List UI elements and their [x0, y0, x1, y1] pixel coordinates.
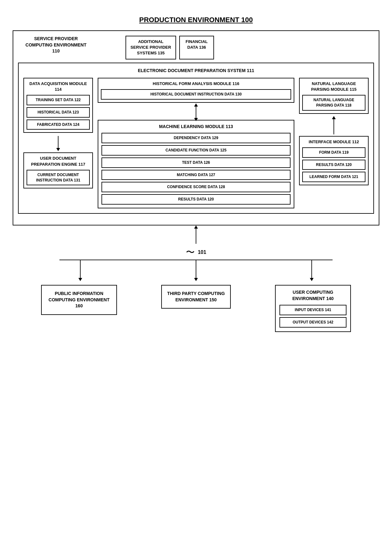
- bottom-environments: PUBLIC INFORMATION COMPUTING ENVIRONMENT…: [6, 285, 386, 332]
- current-doc-instruction-box: CURRENT DOCUMENT INSTRUCTION DATA 131: [27, 170, 90, 186]
- arrow-nlp-ml: [299, 117, 369, 136]
- third-party-item: THIRD PARTY COMPUTING ENVIRONMENT 150: [161, 285, 231, 309]
- results-data-if-box: RESULTS DATA 120: [302, 160, 365, 170]
- right-drop: [311, 260, 312, 279]
- public-info-box: PUBLIC INFORMATION COMPUTING ENVIRONMENT…: [41, 285, 117, 315]
- hist-form-analysis-title: HISTORICAL FORM ANALYSIS MODULE 116: [101, 81, 291, 87]
- natural-language-module-title: NATURAL LANGUAGE PARSING MODULE 115: [302, 81, 365, 92]
- user-computing-box: USER COMPUTING ENVIRONMENT 140 INPUT DEV…: [275, 285, 351, 332]
- ml-module-title: MACHINE LEARNING MODULE 113: [101, 124, 291, 130]
- candidate-function-data-box: CANDIDATE FUNCTION DATA 125: [101, 145, 291, 156]
- col-left: DATA ACQUISITION MODULE 114 TRAINING SET…: [23, 78, 93, 189]
- natural-language-module-box: NATURAL LANGUAGE PARSING MODULE 115 NATU…: [299, 78, 369, 114]
- training-set-data-box: TRAINING SET DATA 122: [27, 95, 90, 105]
- branch-line-container: [25, 260, 367, 279]
- user-doc-engine-title: USER DOCUMENT PREPARATION ENGINE 117: [27, 156, 90, 167]
- user-computing-item: USER COMPUTING ENVIRONMENT 140 INPUT DEV…: [275, 285, 351, 332]
- test-data-box: TEST DATA 126: [101, 157, 291, 168]
- public-info-item: PUBLIC INFORMATION COMPUTING ENVIRONMENT…: [41, 285, 117, 315]
- dependency-data-box: DEPENDENCY DATA 129: [101, 133, 291, 143]
- learned-form-data-box: LEARNED FORM DATA 121: [302, 172, 365, 182]
- col-center: HISTORICAL FORM ANALYSIS MODULE 116 HIST…: [98, 78, 294, 208]
- fabricated-data-box: FABRICATED DATA 124: [27, 120, 90, 130]
- interface-module-box: INTERFACE MODULE 112 FORM DATA 119 RESUL…: [299, 136, 369, 186]
- confidence-score-data-box: CONFIDENCE SCORE DATA 128: [101, 182, 291, 192]
- user-computing-label: USER COMPUTING ENVIRONMENT 140: [279, 289, 346, 302]
- top-boxes: ADDITIONAL SERVICE PROVIDER SYSTEMS 135 …: [126, 36, 214, 59]
- squiggle-symbol: 〜: [186, 246, 195, 258]
- edps-columns: DATA ACQUISITION MODULE 114 TRAINING SET…: [23, 78, 369, 208]
- edps-title: ELECTRONIC DOCUMENT PREPARATION SYSTEM 1…: [23, 68, 369, 73]
- top-row: SERVICE PROVIDER COMPUTING ENVIRONMENT 1…: [18, 36, 374, 59]
- results-data-ml-box: RESULTS DATA 120: [101, 194, 291, 205]
- additional-systems-box: ADDITIONAL SERVICE PROVIDER SYSTEMS 135: [126, 36, 176, 59]
- financial-data-box: FINANCIAL DATA 136: [179, 36, 214, 59]
- arrow-hist-ml: [98, 106, 294, 119]
- third-party-box: THIRD PARTY COMPUTING ENVIRONMENT 150: [161, 285, 231, 309]
- service-provider-label: SERVICE PROVIDER COMPUTING ENVIRONMENT 1…: [24, 36, 88, 54]
- hist-form-analysis-box: HISTORICAL FORM ANALYSIS MODULE 116 HIST…: [98, 78, 294, 103]
- network-row: 〜 101: [6, 246, 386, 258]
- data-acquisition-module: DATA ACQUISITION MODULE 114 TRAINING SET…: [23, 78, 93, 133]
- hist-doc-instruction-box: HISTORICAL DOCUMENT INSTRUCTION DATA 130: [101, 89, 291, 100]
- interface-module-title: INTERFACE MODULE 112: [302, 139, 365, 145]
- network-label: 101: [198, 249, 206, 255]
- data-acquisition-title: DATA ACQUISITION MODULE 114: [27, 81, 90, 92]
- page-title: PRODUCTION ENVIRONMENT 100: [6, 6, 386, 24]
- ml-module-box: MACHINE LEARNING MODULE 113 DEPENDENCY D…: [98, 120, 294, 208]
- edps-box: ELECTRONIC DOCUMENT PREPARATION SYSTEM 1…: [18, 63, 374, 214]
- output-devices-box: OUTPUT DEVICES 142: [279, 317, 346, 328]
- natural-language-data-box: NATURAL LANGUAGE PARSING DATA 118: [302, 95, 365, 111]
- historical-data-box: HISTORICAL DATA 123: [27, 107, 90, 118]
- col-right: NATURAL LANGUAGE PARSING MODULE 115 NATU…: [299, 78, 369, 189]
- left-drop: [80, 260, 81, 279]
- page-wrapper: PRODUCTION ENVIRONMENT 100 SERVICE PROVI…: [0, 0, 392, 338]
- user-doc-engine-box: USER DOCUMENT PREPARATION ENGINE 117 CUR…: [23, 152, 93, 188]
- matching-data-box: MATCHING DATA 127: [101, 170, 291, 180]
- center-drop: [196, 260, 196, 279]
- production-environment-box: SERVICE PROVIDER COMPUTING ENVIRONMENT 1…: [13, 30, 379, 225]
- input-devices-box: INPUT DEVICES 141: [279, 305, 346, 315]
- form-data-box: FORM DATA 119: [302, 147, 365, 158]
- arrow-dam-to-udpe: [58, 136, 58, 149]
- main-down-arrow: [6, 228, 386, 244]
